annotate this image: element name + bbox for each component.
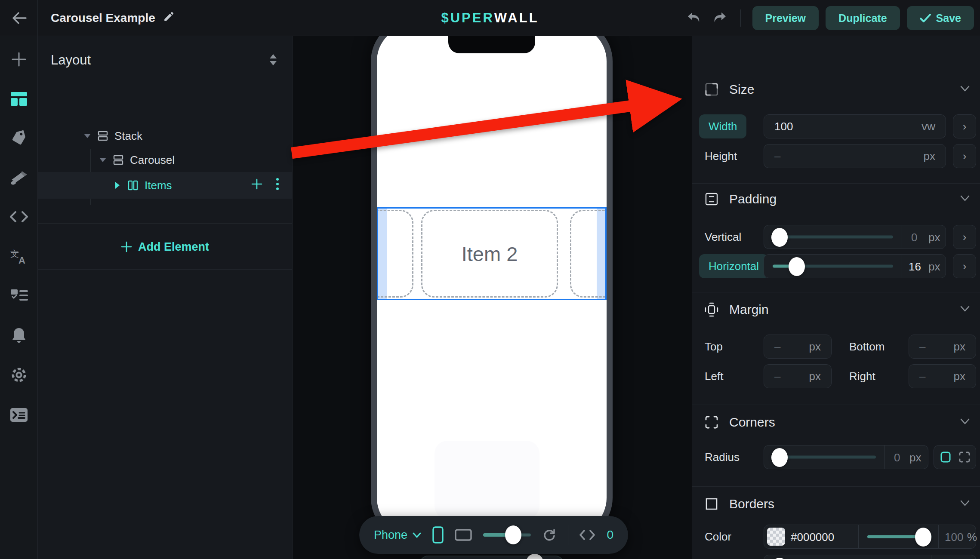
horizontal-padding-slider[interactable]: 16 px bbox=[764, 254, 946, 278]
color-swatch[interactable] bbox=[767, 528, 785, 546]
carousel-item-1[interactable] bbox=[377, 210, 413, 298]
margin-top-label: Top bbox=[705, 335, 723, 359]
caret-down-icon[interactable] bbox=[82, 133, 93, 139]
add-element-button[interactable]: Add Element bbox=[38, 230, 292, 264]
layout-icon[interactable] bbox=[0, 86, 38, 112]
borders-icon bbox=[704, 497, 719, 511]
color-hex-value[interactable]: #000000 bbox=[791, 525, 834, 549]
horizontal-slider-knob[interactable] bbox=[789, 257, 805, 276]
layout-panel-title: Layout bbox=[51, 52, 91, 68]
borders-section-header[interactable]: Borders bbox=[704, 492, 970, 516]
zoom-slider[interactable] bbox=[483, 533, 531, 537]
redo-button[interactable] bbox=[710, 9, 729, 28]
radius-slider-knob[interactable] bbox=[771, 448, 788, 467]
add-child-icon[interactable] bbox=[251, 178, 263, 193]
landscape-icon[interactable] bbox=[455, 529, 472, 541]
device-select[interactable]: Phone bbox=[374, 528, 421, 542]
tree-node-label: Stack bbox=[114, 129, 142, 143]
checklist-icon[interactable] bbox=[0, 283, 38, 308]
more-options-icon[interactable] bbox=[276, 177, 279, 194]
caret-down-icon[interactable] bbox=[97, 157, 108, 163]
chevron-down-icon bbox=[413, 532, 421, 538]
collapse-chevron-icon[interactable] bbox=[960, 500, 970, 508]
height-input[interactable]: – px bbox=[764, 144, 946, 168]
margin-section-header[interactable]: Margin bbox=[704, 298, 970, 322]
width-input[interactable]: 100 vw bbox=[764, 114, 946, 138]
gear-icon[interactable] bbox=[0, 362, 38, 388]
vertical-label: Vertical bbox=[705, 225, 741, 249]
terminal-icon[interactable] bbox=[0, 402, 38, 428]
caret-right-icon[interactable] bbox=[112, 181, 123, 189]
plus-icon bbox=[121, 241, 132, 252]
width-expand-button[interactable]: › bbox=[953, 114, 976, 138]
height-expand-button[interactable]: › bbox=[953, 144, 976, 168]
phone-notch bbox=[448, 36, 535, 53]
secondary-knob bbox=[526, 554, 543, 559]
radius-slider[interactable]: 0 px bbox=[764, 445, 928, 469]
canvas[interactable]: Item 2 Items Phone bbox=[293, 36, 692, 559]
vertical-expand-button[interactable]: › bbox=[953, 225, 976, 249]
collapse-chevron-icon[interactable] bbox=[960, 306, 970, 313]
zoom-slider-knob[interactable] bbox=[505, 525, 521, 544]
opacity-slider-knob[interactable] bbox=[915, 528, 931, 547]
back-button[interactable] bbox=[0, 0, 38, 36]
margin-right-label: Right bbox=[849, 364, 875, 388]
margin-top-input[interactable]: –px bbox=[764, 335, 832, 359]
vertical-padding-slider[interactable]: 0 px bbox=[764, 225, 946, 249]
margin-left-input[interactable]: –px bbox=[764, 364, 832, 388]
size-section-header[interactable]: Size bbox=[704, 77, 970, 101]
svg-text:A: A bbox=[18, 255, 25, 264]
edit-title-pencil-icon[interactable] bbox=[163, 11, 174, 25]
duplicate-button[interactable]: Duplicate bbox=[826, 6, 900, 30]
collapse-chevron-icon[interactable] bbox=[960, 418, 970, 426]
tag-icon[interactable] bbox=[0, 125, 38, 151]
bell-icon[interactable] bbox=[0, 322, 38, 348]
inspector-panel: Size Width 100 vw › Height – px › Paddin… bbox=[692, 36, 980, 559]
code-toggle-icon[interactable] bbox=[579, 530, 595, 540]
left-icon-rail: 文A bbox=[0, 36, 38, 559]
padding-icon bbox=[704, 192, 719, 206]
tree-node-carousel[interactable]: Carousel bbox=[38, 148, 292, 172]
margin-right-input[interactable]: –px bbox=[909, 364, 976, 388]
collapse-chevron-icon[interactable] bbox=[960, 195, 970, 203]
paint-brush-icon[interactable] bbox=[0, 165, 38, 191]
collapse-chevron-icon[interactable] bbox=[960, 86, 970, 93]
border-width-slider[interactable]: 0 px bbox=[764, 555, 976, 559]
selection-tag: Items bbox=[377, 207, 407, 208]
undo-button[interactable] bbox=[684, 9, 703, 28]
tree-node-label: Items bbox=[145, 179, 172, 192]
corners-section-header[interactable]: Corners bbox=[704, 410, 970, 434]
redo-icon bbox=[712, 12, 727, 25]
padding-section-header[interactable]: Padding bbox=[704, 187, 970, 211]
border-color-label: Color bbox=[705, 525, 731, 549]
per-corner-radius-icon[interactable] bbox=[958, 451, 971, 463]
add-icon[interactable] bbox=[0, 46, 38, 72]
undo-icon bbox=[687, 12, 701, 25]
refresh-icon[interactable] bbox=[542, 528, 557, 542]
vertical-slider-knob[interactable] bbox=[771, 228, 788, 247]
uniform-radius-icon[interactable] bbox=[940, 451, 952, 463]
save-button[interactable]: Save bbox=[907, 6, 974, 30]
selected-carousel-items[interactable]: Item 2 Items bbox=[377, 207, 607, 300]
preview-button[interactable]: Preview bbox=[752, 6, 819, 30]
arrow-left-icon bbox=[11, 12, 27, 25]
phone-screen[interactable]: Item 2 Items bbox=[377, 36, 607, 533]
document-title: Carousel Example bbox=[51, 11, 155, 25]
device-toolbar: Phone 0 bbox=[359, 516, 628, 554]
horizontal-expand-button[interactable]: › bbox=[953, 254, 976, 278]
sort-layers-icon[interactable] bbox=[268, 53, 278, 68]
translate-icon[interactable]: 文A bbox=[0, 244, 38, 270]
tree-node-items-selected[interactable]: Items bbox=[38, 172, 292, 199]
horizontal-label-pill[interactable]: Horizontal bbox=[699, 254, 768, 278]
secondary-bar-partial bbox=[419, 556, 564, 559]
carousel-item-3[interactable] bbox=[570, 210, 607, 298]
tree-node-stack[interactable]: Stack bbox=[38, 124, 292, 148]
corner-mode-toggle bbox=[934, 445, 976, 469]
carousel-item-2[interactable]: Item 2 bbox=[421, 210, 558, 298]
portrait-phone-icon[interactable] bbox=[432, 526, 444, 544]
code-count: 0 bbox=[607, 528, 613, 542]
margin-bottom-input[interactable]: –px bbox=[909, 335, 976, 359]
code-icon[interactable] bbox=[0, 204, 38, 230]
border-color-row: #000000 100 % bbox=[764, 525, 976, 549]
width-label-pill[interactable]: Width bbox=[699, 114, 746, 138]
